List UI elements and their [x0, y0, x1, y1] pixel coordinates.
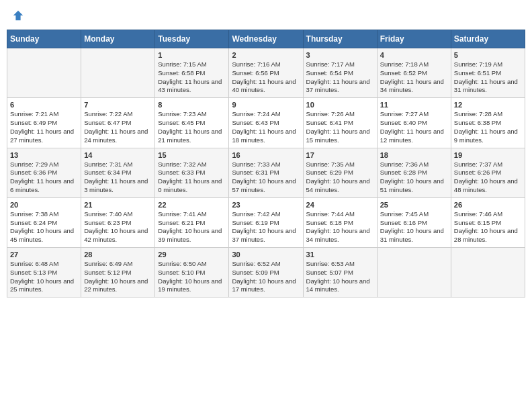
day-number: 12 [454, 101, 522, 109]
weekday-header: Friday [377, 30, 451, 48]
calendar-week-row: 13Sunrise: 7:29 AM Sunset: 6:36 PM Dayli… [7, 148, 525, 197]
calendar-cell [451, 248, 525, 298]
day-number: 30 [232, 250, 300, 259]
cell-content: Sunrise: 7:28 AM Sunset: 6:38 PM Dayligh… [454, 110, 522, 144]
page-header [7, 7, 525, 24]
cell-content: Sunrise: 7:17 AM Sunset: 6:54 PM Dayligh… [306, 60, 374, 95]
calendar-cell: 25Sunrise: 7:45 AM Sunset: 6:16 PM Dayli… [377, 197, 451, 247]
calendar-cell: 30Sunrise: 6:52 AM Sunset: 5:09 PM Dayli… [229, 248, 303, 298]
calendar-cell: 10Sunrise: 7:26 AM Sunset: 6:41 PM Dayli… [303, 98, 377, 148]
logo [11, 9, 24, 21]
day-number: 1 [158, 51, 226, 59]
cell-content: Sunrise: 7:41 AM Sunset: 6:21 PM Dayligh… [158, 210, 226, 244]
calendar-cell: 29Sunrise: 6:50 AM Sunset: 5:10 PM Dayli… [155, 248, 229, 298]
calendar-cell: 12Sunrise: 7:28 AM Sunset: 6:38 PM Dayli… [451, 98, 525, 148]
calendar-cell: 24Sunrise: 7:44 AM Sunset: 6:18 PM Dayli… [303, 197, 377, 247]
day-number: 31 [306, 250, 374, 259]
day-number: 5 [454, 51, 522, 59]
calendar-cell: 31Sunrise: 6:53 AM Sunset: 5:07 PM Dayli… [303, 248, 377, 298]
calendar-cell: 3Sunrise: 7:17 AM Sunset: 6:54 PM Daylig… [303, 48, 377, 98]
calendar-cell: 11Sunrise: 7:27 AM Sunset: 6:40 PM Dayli… [377, 98, 451, 148]
day-number: 22 [158, 201, 226, 209]
day-number: 8 [158, 101, 226, 109]
cell-content: Sunrise: 7:21 AM Sunset: 6:49 PM Dayligh… [10, 110, 78, 144]
logo-icon [12, 9, 24, 21]
calendar-cell: 21Sunrise: 7:40 AM Sunset: 6:23 PM Dayli… [81, 197, 155, 247]
cell-content: Sunrise: 7:42 AM Sunset: 6:19 PM Dayligh… [232, 210, 300, 244]
day-number: 2 [232, 51, 300, 59]
calendar-cell: 16Sunrise: 7:33 AM Sunset: 6:31 PM Dayli… [229, 148, 303, 197]
cell-content: Sunrise: 7:38 AM Sunset: 6:24 PM Dayligh… [10, 210, 78, 244]
cell-content: Sunrise: 7:27 AM Sunset: 6:40 PM Dayligh… [380, 110, 448, 144]
calendar-cell: 26Sunrise: 7:46 AM Sunset: 6:15 PM Dayli… [451, 197, 525, 247]
cell-content: Sunrise: 6:50 AM Sunset: 5:10 PM Dayligh… [158, 260, 226, 294]
cell-content: Sunrise: 6:53 AM Sunset: 5:07 PM Dayligh… [306, 260, 374, 294]
day-number: 26 [454, 201, 522, 209]
calendar-cell: 14Sunrise: 7:31 AM Sunset: 6:34 PM Dayli… [81, 148, 155, 197]
calendar-cell: 22Sunrise: 7:41 AM Sunset: 6:21 PM Dayli… [155, 197, 229, 247]
calendar-week-row: 1Sunrise: 7:15 AM Sunset: 6:58 PM Daylig… [7, 48, 525, 98]
calendar-cell: 27Sunrise: 6:48 AM Sunset: 5:13 PM Dayli… [7, 248, 81, 298]
cell-content: Sunrise: 7:35 AM Sunset: 6:29 PM Dayligh… [306, 161, 374, 195]
calendar-cell: 6Sunrise: 7:21 AM Sunset: 6:49 PM Daylig… [7, 98, 81, 148]
cell-content: Sunrise: 7:33 AM Sunset: 6:31 PM Dayligh… [232, 161, 300, 195]
day-number: 17 [306, 151, 374, 159]
calendar-cell: 13Sunrise: 7:29 AM Sunset: 6:36 PM Dayli… [7, 148, 81, 197]
day-number: 9 [232, 101, 300, 109]
cell-content: Sunrise: 7:40 AM Sunset: 6:23 PM Dayligh… [84, 210, 152, 244]
calendar-cell: 18Sunrise: 7:36 AM Sunset: 6:28 PM Dayli… [377, 148, 451, 197]
day-number: 14 [84, 151, 152, 159]
calendar-table: SundayMondayTuesdayWednesdayThursdayFrid… [7, 30, 525, 298]
weekday-header: Saturday [451, 30, 525, 48]
cell-content: Sunrise: 7:24 AM Sunset: 6:43 PM Dayligh… [232, 110, 300, 144]
cell-content: Sunrise: 7:45 AM Sunset: 6:16 PM Dayligh… [380, 210, 448, 244]
cell-content: Sunrise: 7:15 AM Sunset: 6:58 PM Dayligh… [158, 60, 226, 95]
cell-content: Sunrise: 7:37 AM Sunset: 6:26 PM Dayligh… [454, 161, 522, 195]
calendar-cell: 7Sunrise: 7:22 AM Sunset: 6:47 PM Daylig… [81, 98, 155, 148]
day-number: 3 [306, 51, 374, 59]
cell-content: Sunrise: 6:49 AM Sunset: 5:12 PM Dayligh… [84, 260, 152, 294]
weekday-header: Sunday [7, 30, 81, 48]
cell-content: Sunrise: 6:52 AM Sunset: 5:09 PM Dayligh… [232, 260, 300, 294]
day-number: 28 [84, 250, 152, 259]
day-number: 29 [158, 250, 226, 259]
cell-content: Sunrise: 7:19 AM Sunset: 6:51 PM Dayligh… [454, 60, 522, 95]
calendar-cell: 20Sunrise: 7:38 AM Sunset: 6:24 PM Dayli… [7, 197, 81, 247]
day-number: 27 [10, 250, 78, 259]
calendar-cell: 15Sunrise: 7:32 AM Sunset: 6:33 PM Dayli… [155, 148, 229, 197]
day-number: 7 [84, 101, 152, 109]
cell-content: Sunrise: 7:26 AM Sunset: 6:41 PM Dayligh… [306, 110, 374, 144]
day-number: 15 [158, 151, 226, 159]
calendar-cell: 4Sunrise: 7:18 AM Sunset: 6:52 PM Daylig… [377, 48, 451, 98]
calendar-cell [377, 248, 451, 298]
cell-content: Sunrise: 7:46 AM Sunset: 6:15 PM Dayligh… [454, 210, 522, 244]
day-number: 6 [10, 101, 78, 109]
weekday-header: Tuesday [155, 30, 229, 48]
calendar-cell [81, 48, 155, 98]
calendar-week-row: 27Sunrise: 6:48 AM Sunset: 5:13 PM Dayli… [7, 248, 525, 298]
cell-content: Sunrise: 7:16 AM Sunset: 6:56 PM Dayligh… [232, 60, 300, 95]
cell-content: Sunrise: 7:44 AM Sunset: 6:18 PM Dayligh… [306, 210, 374, 244]
weekday-header: Wednesday [229, 30, 303, 48]
calendar-cell: 8Sunrise: 7:23 AM Sunset: 6:45 PM Daylig… [155, 98, 229, 148]
cell-content: Sunrise: 7:31 AM Sunset: 6:34 PM Dayligh… [84, 161, 152, 195]
day-number: 11 [380, 101, 448, 109]
cell-content: Sunrise: 6:48 AM Sunset: 5:13 PM Dayligh… [10, 260, 78, 294]
day-number: 16 [232, 151, 300, 159]
weekday-header: Monday [81, 30, 155, 48]
day-number: 20 [10, 201, 78, 209]
calendar-cell: 28Sunrise: 6:49 AM Sunset: 5:12 PM Dayli… [81, 248, 155, 298]
cell-content: Sunrise: 7:23 AM Sunset: 6:45 PM Dayligh… [158, 110, 226, 144]
day-number: 25 [380, 201, 448, 209]
day-number: 13 [10, 151, 78, 159]
cell-content: Sunrise: 7:29 AM Sunset: 6:36 PM Dayligh… [10, 161, 78, 195]
day-number: 4 [380, 51, 448, 59]
calendar-cell [7, 48, 81, 98]
calendar-cell: 17Sunrise: 7:35 AM Sunset: 6:29 PM Dayli… [303, 148, 377, 197]
cell-content: Sunrise: 7:18 AM Sunset: 6:52 PM Dayligh… [380, 60, 448, 95]
calendar-week-row: 20Sunrise: 7:38 AM Sunset: 6:24 PM Dayli… [7, 197, 525, 247]
calendar-cell: 2Sunrise: 7:16 AM Sunset: 6:56 PM Daylig… [229, 48, 303, 98]
day-number: 23 [232, 201, 300, 209]
calendar-week-row: 6Sunrise: 7:21 AM Sunset: 6:49 PM Daylig… [7, 98, 525, 148]
day-number: 10 [306, 101, 374, 109]
